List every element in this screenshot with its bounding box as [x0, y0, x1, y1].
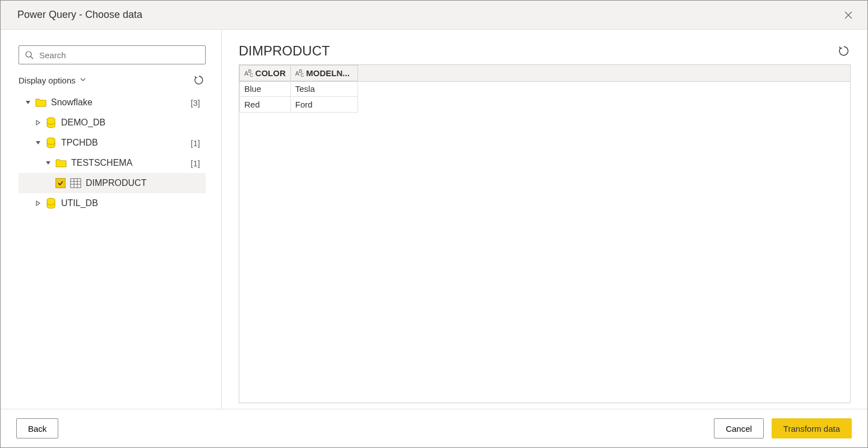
tree-node-label: TPCHDB [61, 138, 98, 148]
tree-node-dimproduct[interactable]: DIMPRODUCT [18, 173, 206, 193]
chevron-down-icon [79, 76, 87, 85]
column-header-modelname[interactable]: ABC MODELN... [290, 66, 358, 81]
svg-rect-4 [71, 179, 81, 188]
sidebar-refresh-button[interactable] [192, 73, 206, 87]
expand-icon[interactable] [34, 199, 42, 207]
close-button[interactable] [839, 6, 857, 24]
preview-refresh-button[interactable] [837, 44, 851, 58]
column-name: MODELN... [306, 68, 350, 78]
transform-data-button[interactable]: Transform data [772, 418, 852, 438]
cancel-button[interactable]: Cancel [714, 418, 764, 438]
tree-node-label: DIMPRODUCT [86, 178, 146, 188]
checkbox-checked[interactable] [55, 178, 66, 188]
preview-title: DIMPRODUCT [239, 43, 330, 59]
tree-node-count: [1] [191, 138, 200, 148]
refresh-icon [838, 45, 850, 57]
collapse-icon[interactable] [44, 159, 52, 167]
search-input[interactable] [38, 50, 199, 60]
tree-node-util-db[interactable]: UTIL_DB [18, 193, 206, 213]
database-icon [45, 137, 57, 148]
column-name: COLOR [256, 68, 286, 78]
close-icon [844, 11, 853, 20]
column-header-color[interactable]: ABC COLOR [240, 66, 291, 81]
tree-node-demo-db[interactable]: DEMO_DB [18, 113, 206, 133]
collapse-icon[interactable] [34, 139, 42, 147]
navigator-sidebar: Display options Snowfl [1, 30, 222, 409]
tree-node-label: UTIL_DB [61, 198, 98, 208]
database-icon [45, 117, 57, 128]
search-icon [25, 50, 34, 59]
tree-node-label: DEMO_DB [61, 118, 105, 128]
svg-point-0 [26, 52, 31, 57]
cell: Ford [290, 97, 358, 113]
table-row[interactable]: Red Ford [240, 97, 358, 113]
check-icon [57, 180, 64, 186]
table-icon [70, 178, 81, 189]
cell: Blue [240, 81, 291, 97]
tree-node-label: Snowflake [51, 97, 92, 108]
navigator-tree: Snowflake [3] DEMO_DB [18, 92, 206, 213]
display-options-dropdown[interactable]: Display options [18, 76, 87, 85]
folder-icon [55, 157, 67, 169]
tree-node-count: [1] [191, 158, 200, 168]
svg-line-1 [31, 57, 33, 59]
folder-icon [35, 97, 47, 108]
database-icon [45, 198, 57, 209]
tree-node-snowflake[interactable]: Snowflake [3] [18, 92, 206, 113]
cell: Tesla [290, 81, 358, 97]
tree-node-tpchdb[interactable]: TPCHDB [1] [18, 133, 206, 153]
cell: Red [240, 97, 291, 113]
table-row[interactable]: Blue Tesla [240, 81, 358, 97]
text-type-icon: ABC [244, 68, 253, 78]
tree-node-count: [3] [191, 98, 200, 108]
back-button[interactable]: Back [16, 418, 58, 438]
display-options-label: Display options [18, 76, 76, 85]
text-type-icon: ABC [295, 68, 304, 78]
tree-node-label: TESTSCHEMA [71, 158, 132, 168]
tree-node-testschema[interactable]: TESTSCHEMA [1] [18, 153, 206, 173]
dialog-title: Power Query - Choose data [17, 9, 142, 21]
search-box[interactable] [18, 45, 206, 64]
expand-icon[interactable] [34, 119, 42, 127]
collapse-icon[interactable] [24, 99, 32, 106]
data-preview-grid[interactable]: ABC COLOR ABC MODELN... [239, 64, 851, 403]
refresh-icon [193, 74, 205, 86]
